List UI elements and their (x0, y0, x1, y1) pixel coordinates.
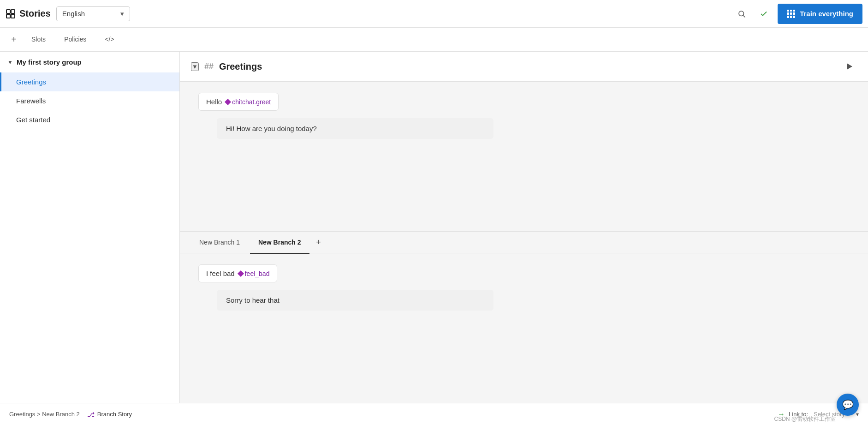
intent-diamond-icon (225, 98, 231, 105)
svg-rect-2 (6, 14, 10, 18)
language-value: English (62, 10, 85, 18)
tab-policies[interactable]: Policies (55, 28, 95, 52)
sidebar-item-getstarted[interactable]: Get started (0, 110, 179, 129)
plus-icon: + (11, 34, 17, 45)
top-nav: Stories English ▾ Train everything (0, 0, 868, 28)
bot-text-hi: Hi! How are you doing today? (226, 125, 317, 132)
secondary-nav: + Slots Policies </> (0, 28, 868, 52)
bot-response-hi[interactable]: Hi! How are you doing today? (217, 118, 493, 139)
branch-story-badge: ⎇ Branch Story (87, 411, 132, 418)
bot-text-sorry: Sorry to hear that (226, 296, 279, 304)
user-message-1: Hello chitchat.greet (198, 93, 850, 118)
bot-response-sorry[interactable]: Sorry to hear that (217, 290, 493, 311)
branch-bot-message: Sorry to hear that (198, 290, 850, 311)
svg-line-5 (743, 15, 745, 17)
branch-tab-1[interactable]: New Branch 1 (191, 231, 248, 253)
sidebar-item-greetings[interactable]: Greetings (0, 72, 179, 91)
intent-label-chitchat-greet: chitchat.greet (232, 98, 271, 106)
svg-rect-1 (11, 10, 15, 13)
app-logo: Stories (6, 8, 51, 19)
language-select[interactable]: English ▾ (56, 6, 130, 21)
footer-bar: Greetings > New Branch 2 ⎇ Branch Story … (0, 403, 868, 425)
branch-content: I feel bad feel_bad Sorry to hear that (180, 253, 868, 403)
search-button[interactable] (733, 6, 750, 22)
svg-rect-0 (6, 10, 10, 13)
intent-feel-bad[interactable]: feel_bad (238, 270, 270, 277)
story-hash-symbol: ## (204, 62, 214, 72)
play-button[interactable] (842, 59, 857, 74)
story-title: Greetings (219, 61, 837, 72)
watermark: CSDN @雷动软件工作室 (774, 415, 836, 423)
branch-user-message: I feel bad feel_bad (198, 264, 850, 290)
intent-label-feel-bad: feel_bad (245, 270, 270, 277)
story-group-header[interactable]: ▼ My first story group (0, 52, 179, 72)
check-button[interactable] (755, 6, 772, 22)
chevron-down-icon: ▾ (120, 10, 124, 18)
main-layout: ▼ My first story group Greetings Farewel… (0, 52, 868, 403)
intent-diamond-icon-2 (238, 270, 244, 276)
story-header: ▼ ## Greetings (180, 52, 868, 82)
collapse-button[interactable]: ▼ (191, 62, 199, 71)
footer-breadcrumb: Greetings > New Branch 2 (9, 411, 80, 418)
check-icon (760, 10, 768, 18)
branch-story-label: Branch Story (97, 411, 132, 418)
sidebar: ▼ My first story group Greetings Farewel… (0, 52, 180, 403)
chat-icon: 💬 (842, 399, 854, 410)
chevron-down-icon: ▼ (7, 59, 13, 66)
branch-icon: ⎇ (87, 411, 95, 418)
train-btn-label: Train everything (800, 10, 853, 18)
story-content: ▼ ## Greetings Hello chitchat.greet (180, 52, 868, 403)
svg-point-4 (739, 11, 744, 16)
tab-code[interactable]: </> (95, 28, 123, 52)
bot-message-1: Hi! How are you doing today? (198, 118, 850, 139)
sidebar-item-farewells[interactable]: Farewells (0, 91, 179, 110)
play-icon (847, 63, 852, 70)
add-button[interactable]: + (6, 31, 22, 48)
chat-bubble-button[interactable]: 💬 (837, 394, 859, 416)
grid-icon (787, 10, 795, 18)
app-title: Stories (19, 8, 51, 19)
branch-tabs-bar: New Branch 1 New Branch 2 + (180, 231, 868, 253)
user-utterance-hello[interactable]: Hello chitchat.greet (198, 93, 279, 111)
branch-tab-2[interactable]: New Branch 2 (250, 232, 309, 254)
train-everything-button[interactable]: Train everything (778, 4, 862, 24)
user-text-feel-bad: I feel bad (206, 269, 235, 277)
svg-marker-6 (847, 63, 852, 70)
user-utterance-feel-bad[interactable]: I feel bad feel_bad (198, 264, 277, 282)
user-text-hello: Hello (206, 98, 222, 106)
add-branch-button[interactable]: + (311, 235, 326, 250)
search-icon (737, 10, 746, 18)
tab-slots[interactable]: Slots (22, 28, 55, 52)
story-group-label: My first story group (17, 58, 82, 66)
story-canvas: Hello chitchat.greet Hi! How are you doi… (180, 82, 868, 231)
plus-icon: + (316, 238, 321, 247)
dropdown-caret-icon: ▾ (856, 411, 859, 418)
intent-chitchat-greet[interactable]: chitchat.greet (226, 98, 271, 106)
svg-rect-3 (11, 14, 15, 18)
